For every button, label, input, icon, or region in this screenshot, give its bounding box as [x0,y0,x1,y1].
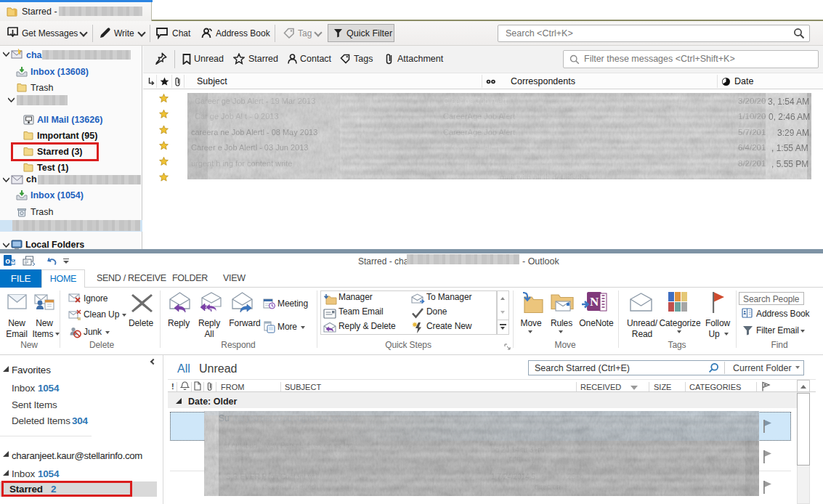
svg-text:N: N [590,295,599,309]
svg-text:o: o [5,256,10,265]
